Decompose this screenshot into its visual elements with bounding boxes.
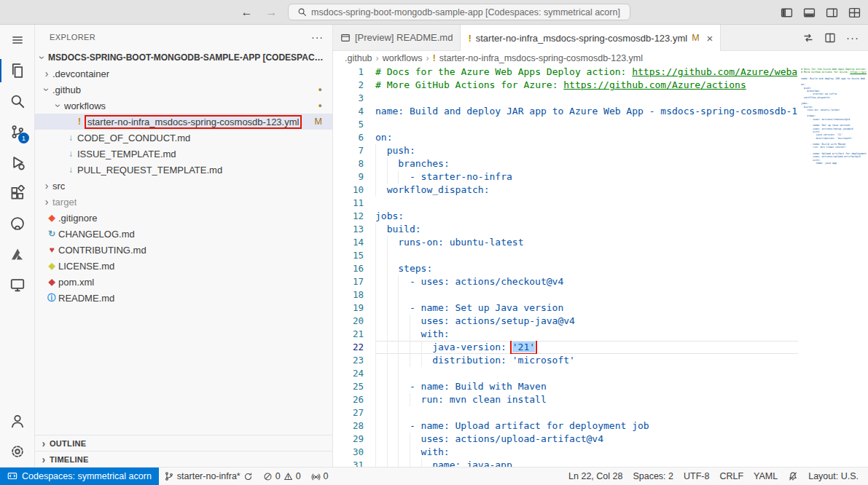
tree-file[interactable]: ↓ISSUE_TEMPLATE.md (35, 146, 332, 162)
code-line[interactable]: 20uses: actions/setup-java@v4 (333, 315, 868, 328)
minimap[interactable]: # Docs for the Azure Web Apps Deploy act… (798, 66, 868, 467)
github-view-button[interactable] (0, 208, 34, 239)
tree-file[interactable]: ↓CODE_OF_CONDUCT.md (35, 130, 332, 146)
explorer-actions-button[interactable]: ··· (311, 31, 324, 43)
code-line[interactable]: 24 (333, 367, 868, 380)
azure-view-button[interactable] (0, 239, 34, 269)
explorer-view-button[interactable] (0, 55, 34, 86)
code-line[interactable]: 23distribution: 'microsoft' (333, 354, 868, 367)
command-center-search[interactable]: msdocs-spring-boot-mongodb-sample-app [C… (288, 4, 630, 20)
chevron-right-icon[interactable]: › (41, 180, 52, 192)
language-indicator[interactable]: YAML (748, 468, 783, 485)
code-line[interactable]: 31name: java-app (333, 459, 868, 467)
code-line[interactable]: 30with: (333, 446, 868, 459)
indentation-indicator[interactable]: Spaces: 2 (627, 468, 679, 485)
breadcrumb-item[interactable]: .github (345, 53, 372, 63)
chevron-right-icon[interactable]: › (41, 196, 52, 208)
code-area[interactable]: 1# Docs for the Azure Web Apps Deploy ac… (333, 66, 868, 467)
code-line[interactable]: 27 (333, 406, 868, 419)
extensions-view-button[interactable] (0, 178, 34, 208)
tree-folder[interactable]: ›target (35, 194, 332, 210)
breadcrumb-item[interactable]: workflows (383, 53, 423, 63)
encoding-indicator[interactable]: UTF-8 (679, 468, 714, 485)
remote-explorer-view-button[interactable] (0, 269, 34, 300)
nav-back-button[interactable]: ← (238, 6, 256, 19)
tree-file[interactable]: ◆pom.xml (35, 274, 332, 290)
tree-folder[interactable]: ›src (35, 178, 332, 194)
code-line[interactable]: 16steps: (333, 262, 868, 275)
settings-button[interactable] (0, 436, 34, 467)
remote-indicator[interactable]: Codespaces: symmetrical acorn (0, 468, 159, 485)
code-line[interactable]: 22java-version: '21' (333, 341, 868, 354)
code-line[interactable]: 12jobs: (333, 210, 868, 223)
tree-file[interactable]: ↻CHANGELOG.md (35, 226, 332, 242)
code-line[interactable]: 26run: mvn clean install (333, 393, 868, 406)
toggle-sidebar-icon[interactable] (781, 7, 793, 19)
code-line[interactable]: 19- name: Set up Java version (333, 301, 868, 315)
outline-section-header[interactable]: › OUTLINE (35, 435, 332, 451)
menu-button[interactable] (0, 25, 34, 55)
code-line[interactable]: 6on: (333, 131, 868, 144)
code-line[interactable]: 9- starter-no-infra (333, 170, 868, 184)
code-line[interactable]: 8branches: (333, 157, 868, 170)
ports-indicator[interactable]: 0 (306, 468, 334, 485)
code-line[interactable]: 28- name: Upload artifact for deployment… (333, 419, 868, 433)
indent-guide (387, 433, 399, 446)
tree-root[interactable]: ›MSDOCS-SPRING-BOOT-MONGODB-SAMPLE-APP [… (35, 50, 332, 66)
tab-preview-readme[interactable]: [Preview] README.md (333, 25, 461, 50)
chevron-down-icon[interactable]: › (36, 52, 48, 63)
code-line[interactable]: 7push: (333, 144, 868, 157)
keyboard-layout-indicator[interactable]: Layout: U.S. (803, 468, 864, 485)
nav-forward-button[interactable]: → (263, 6, 281, 19)
run-debug-view-button[interactable] (0, 147, 34, 178)
timeline-section-header[interactable]: › TIMELINE (35, 451, 332, 467)
code-line[interactable]: 14runs-on: ubuntu-latest (333, 236, 868, 249)
more-actions-icon[interactable]: ··· (846, 31, 859, 44)
problems-indicator[interactable]: 0 0 (258, 468, 306, 485)
code-line[interactable]: 25- name: Build with Maven (333, 380, 868, 393)
tree-folder[interactable]: ›.devcontainer (35, 66, 332, 82)
tree-file[interactable]: !starter-no-infra_msdocs-spring-cosmosdb… (35, 114, 332, 130)
chevron-down-icon[interactable]: › (41, 84, 52, 95)
tree-folder[interactable]: ›workflows● (35, 98, 332, 114)
split-editor-icon[interactable] (824, 32, 836, 44)
breadcrumb-item[interactable]: starter-no-infra_msdocs-spring-cosmosdb-… (439, 53, 643, 63)
chevron-right-icon[interactable]: › (41, 68, 52, 79)
code-line[interactable]: 10workflow_dispatch: (333, 184, 868, 197)
toggle-panel-icon[interactable] (803, 7, 816, 19)
indent-guide (387, 288, 399, 301)
tab-workflow-yml[interactable]: ! starter-no-infra_msdocs-spring-cosmosd… (461, 25, 721, 51)
code-line[interactable]: 21with: (333, 328, 868, 341)
account-button[interactable] (0, 406, 34, 436)
code-line[interactable]: 17- uses: actions/checkout@v4 (333, 275, 868, 288)
notifications-button[interactable] (783, 468, 803, 485)
code-line[interactable]: 11 (333, 197, 868, 210)
code-line[interactable]: 4name: Build and deploy JAR app to Azure… (333, 105, 868, 118)
cursor-position-indicator[interactable]: Ln 22, Col 28 (563, 468, 627, 485)
code-line[interactable]: 1# Docs for the Azure Web Apps Deploy ac… (333, 66, 868, 79)
code-line[interactable]: 15 (333, 249, 868, 262)
tree-item-label: ISSUE_TEMPLATE.md (77, 149, 176, 159)
tree-file[interactable]: ↓PULL_REQUEST_TEMPLATE.md (35, 162, 332, 178)
tree-file[interactable]: ◆.gitignore (35, 210, 332, 226)
tree-file[interactable]: ⓘREADME.md (35, 290, 332, 306)
code-line[interactable]: 5 (333, 118, 868, 131)
eol-indicator[interactable]: CRLF (714, 468, 748, 485)
tree-file[interactable]: ◆LICENSE.md (35, 258, 332, 274)
chevron-down-icon[interactable]: › (52, 100, 64, 111)
search-view-button[interactable] (0, 86, 34, 117)
code-line[interactable]: 3 (333, 92, 868, 105)
code-line[interactable]: 18 (333, 288, 868, 301)
customize-layout-icon[interactable] (848, 7, 861, 19)
tree-folder[interactable]: ›.github● (35, 82, 332, 98)
code-line[interactable]: 13build: (333, 223, 868, 236)
source-control-view-button[interactable]: 1 (0, 117, 34, 147)
open-changes-icon[interactable] (802, 32, 814, 44)
code-line[interactable]: 2# More GitHub Actions for Azure: https:… (333, 79, 868, 92)
branch-indicator[interactable]: starter-no-infra* (159, 468, 258, 485)
close-icon[interactable]: × (704, 32, 713, 44)
layout-label: Layout: U.S. (808, 471, 859, 481)
tree-file[interactable]: ♥CONTRIBUTING.md (35, 242, 332, 258)
toggle-secondary-sidebar-icon[interactable] (826, 7, 838, 19)
code-line[interactable]: 29uses: actions/upload-artifact@v4 (333, 433, 868, 446)
